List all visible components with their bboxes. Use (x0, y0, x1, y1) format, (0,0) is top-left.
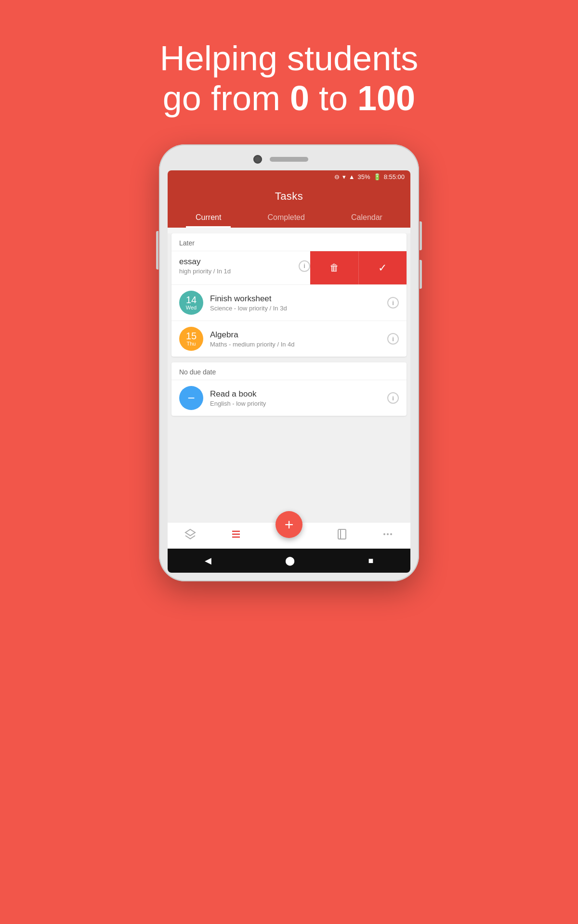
more-dots-icon (382, 528, 394, 543)
readbook-task-row[interactable]: − Read a book English - low priority i (171, 380, 407, 416)
algebra-task-subtitle: Maths - medium priority / In 4d (210, 341, 387, 348)
add-task-fab[interactable]: + (276, 511, 302, 538)
worksheet-info-icon[interactable]: i (387, 297, 399, 308)
readbook-task-subtitle: English - low priority (210, 400, 387, 407)
bottom-navigation: + (168, 522, 410, 549)
essay-task-info: essay high priority / In 1d (179, 257, 299, 275)
essay-task-title: essay (179, 257, 299, 267)
battery-text: 35% (358, 173, 370, 180)
svg-point-7 (387, 533, 389, 535)
phone-top-bar (168, 153, 410, 166)
hero-section: Helping students go from 0 to 100 (0, 0, 578, 118)
list-icon (230, 528, 242, 543)
later-section-card: Later essay high priority / In 1d i (171, 233, 407, 357)
book-icon (336, 528, 348, 543)
front-camera (253, 155, 262, 164)
minus-symbol: − (187, 392, 195, 404)
no-due-date-card: No due date − Read a book English - low … (171, 362, 407, 416)
hero-line2: go from 0 to 100 (163, 79, 415, 117)
hero-text: Helping students go from 0 to 100 (0, 0, 578, 118)
algebra-task-title: Algebra (210, 330, 387, 340)
tab-bar: Current Completed Calendar (168, 207, 410, 228)
app-title: Tasks (275, 190, 303, 202)
tab-completed[interactable]: Completed (258, 207, 315, 228)
nav-item-layers[interactable] (184, 528, 196, 543)
swipe-actions: 🗑 ✓ (310, 251, 407, 284)
readbook-task-title: Read a book (210, 389, 387, 399)
layers-icon (184, 528, 196, 543)
worksheet-task-info: Finish worksheet Science - low priority … (210, 294, 387, 312)
home-button[interactable]: ⬤ (285, 555, 295, 566)
android-nav-bar: ◀ ⬤ ■ (168, 549, 410, 573)
essay-task-wrapper[interactable]: essay high priority / In 1d i 🗑 ✓ (171, 251, 407, 284)
signal-icon: ▲ (349, 173, 355, 180)
complete-task-button[interactable]: ✓ (359, 251, 407, 284)
nav-item-book[interactable] (336, 528, 348, 543)
trash-icon: 🗑 (329, 262, 339, 273)
status-bar: ⊖ ▾ ▲ 35% 🔋 8:55:00 (168, 170, 410, 183)
tab-current[interactable]: Current (186, 207, 231, 228)
recents-button[interactable]: ■ (368, 556, 374, 566)
delete-task-button[interactable]: 🗑 (310, 251, 359, 284)
status-icons: ⊖ ▾ ▲ 35% 🔋 8:55:00 (334, 173, 405, 180)
wifi-icon: ▾ (342, 173, 346, 180)
svg-point-6 (383, 533, 385, 535)
essay-task-subtitle: high priority / In 1d (179, 268, 299, 275)
speaker-grill (270, 157, 308, 162)
svg-rect-4 (338, 529, 346, 539)
checkmark-icon: ✓ (378, 262, 387, 274)
worksheet-date-badge: 14 Wed (179, 291, 203, 315)
readbook-info-icon[interactable]: i (387, 392, 399, 404)
no-due-date-header: No due date (171, 362, 407, 380)
svg-point-8 (390, 533, 392, 535)
tab-calendar[interactable]: Calendar (342, 207, 392, 228)
phone-shell: ⊖ ▾ ▲ 35% 🔋 8:55:00 Tasks Current Comple… (159, 144, 419, 581)
plus-icon: + (285, 517, 294, 532)
worksheet-day-num: 14 (186, 295, 197, 305)
algebra-info-icon[interactable]: i (387, 333, 399, 345)
volume-left-button (156, 231, 158, 270)
algebra-day-num: 15 (186, 331, 197, 341)
worksheet-task-title: Finish worksheet (210, 294, 387, 304)
later-header: Later (171, 233, 407, 251)
power-button (420, 221, 422, 250)
readbook-badge: − (179, 386, 203, 410)
algebra-task-row[interactable]: 15 Thu Algebra Maths - medium priority /… (171, 321, 407, 357)
phone-screen: ⊖ ▾ ▲ 35% 🔋 8:55:00 Tasks Current Comple… (168, 170, 410, 573)
battery-icon: 🔋 (373, 173, 381, 180)
worksheet-day-name: Wed (186, 305, 197, 310)
volume-button (420, 260, 422, 289)
algebra-task-info: Algebra Maths - medium priority / In 4d (210, 330, 387, 348)
worksheet-task-subtitle: Science - low priority / In 3d (210, 305, 387, 312)
nav-item-more[interactable] (382, 528, 394, 543)
time-display: 8:55:00 (384, 173, 405, 180)
hero-line1: Helping students (160, 39, 418, 77)
content-area: Later essay high priority / In 1d i (168, 233, 410, 522)
do-not-disturb-icon: ⊖ (334, 173, 340, 180)
worksheet-task-row[interactable]: 14 Wed Finish worksheet Science - low pr… (171, 284, 407, 321)
app-bar: Tasks (168, 183, 410, 207)
algebra-day-name: Thu (187, 341, 196, 346)
nav-item-list[interactable] (230, 528, 242, 543)
essay-info-icon[interactable]: i (299, 260, 310, 272)
algebra-date-badge: 15 Thu (179, 327, 203, 351)
phone-mockup: ⊖ ▾ ▲ 35% 🔋 8:55:00 Tasks Current Comple… (159, 144, 419, 581)
back-button[interactable]: ◀ (205, 555, 211, 566)
svg-marker-0 (185, 529, 195, 536)
readbook-task-info: Read a book English - low priority (210, 389, 387, 407)
